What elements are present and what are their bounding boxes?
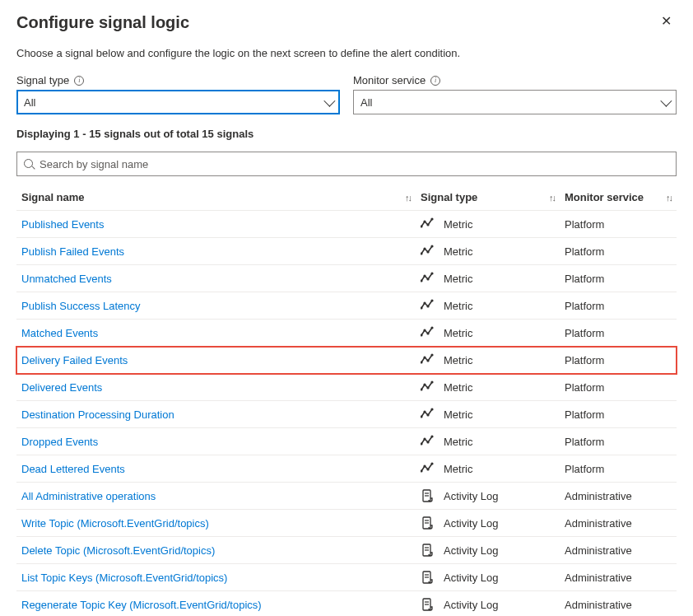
signal-link[interactable]: Write Topic (Microsoft.EventGrid/topics) [21, 517, 209, 530]
signal-link[interactable]: Regenerate Topic Key (Microsoft.EventGri… [21, 599, 262, 611]
monitor-service-text: Administrative [560, 564, 677, 591]
signal-type-text: Metric [444, 381, 472, 394]
signal-type-text: Metric [444, 245, 472, 258]
table-row[interactable]: Delete Topic (Microsoft.EventGrid/topics… [16, 537, 677, 564]
table-row[interactable]: Dropped EventsMetricPlatform [16, 428, 677, 455]
metric-icon [421, 299, 434, 312]
col-header-signal-name[interactable]: Signal name ↑↓ [16, 184, 416, 211]
search-icon [24, 159, 35, 170]
activity-log-icon [421, 544, 434, 557]
col-header-monitor-service[interactable]: Monitor service ↑↓ [560, 184, 677, 211]
signal-link[interactable]: Delete Topic (Microsoft.EventGrid/topics… [21, 544, 215, 557]
signal-type-text: Metric [444, 354, 472, 366]
activity-log-icon [421, 489, 434, 502]
monitor-service-value: All [360, 96, 372, 109]
table-row[interactable]: List Topic Keys (Microsoft.EventGrid/top… [16, 564, 677, 591]
signal-type-text: Activity Log [444, 599, 498, 611]
monitor-service-text: Administrative [560, 537, 677, 564]
panel-title: Configure signal logic [16, 13, 189, 32]
chevron-down-icon [323, 96, 335, 107]
col-header-signal-type-label: Signal type [421, 191, 477, 203]
col-header-monitor-service-label: Monitor service [565, 191, 644, 203]
table-row[interactable]: Write Topic (Microsoft.EventGrid/topics)… [16, 510, 677, 537]
signal-link[interactable]: List Topic Keys (Microsoft.EventGrid/top… [21, 572, 227, 584]
signal-link[interactable]: Matched Events [21, 327, 98, 339]
table-row[interactable]: Publish Failed EventsMetricPlatform [16, 238, 677, 265]
sort-icon[interactable]: ↑↓ [666, 193, 672, 203]
signal-type-text: Activity Log [444, 517, 498, 530]
monitor-service-text: Platform [560, 292, 677, 320]
signal-link[interactable]: All Administrative operations [21, 490, 156, 502]
signal-type-text: Metric [444, 408, 472, 421]
monitor-service-text: Platform [560, 455, 677, 483]
search-box[interactable] [16, 152, 677, 176]
monitor-service-select[interactable]: All [353, 90, 677, 114]
metric-icon [421, 408, 434, 421]
monitor-service-text: Platform [560, 347, 677, 374]
signal-type-text: Metric [444, 463, 472, 475]
table-row[interactable]: All Administrative operationsActivity Lo… [16, 483, 677, 510]
signal-type-select[interactable]: All [16, 90, 340, 114]
metric-icon [421, 462, 434, 475]
signal-link[interactable]: Destination Processing Duration [21, 408, 174, 421]
monitor-service-text: Platform [560, 374, 677, 401]
chevron-down-icon [660, 96, 672, 107]
signal-type-text: Activity Log [444, 544, 498, 557]
sort-icon[interactable]: ↑↓ [405, 193, 411, 203]
signal-link[interactable]: Delivered Events [21, 381, 102, 394]
table-row[interactable]: Published EventsMetricPlatform [16, 211, 677, 238]
metric-icon [421, 326, 434, 339]
activity-log-icon [421, 598, 434, 611]
table-row[interactable]: Publish Success LatencyMetricPlatform [16, 292, 677, 320]
monitor-service-text: Platform [560, 238, 677, 265]
table-row[interactable]: Destination Processing DurationMetricPla… [16, 401, 677, 428]
signal-link[interactable]: Publish Failed Events [21, 245, 124, 258]
col-header-signal-name-label: Signal name [21, 191, 85, 203]
signal-type-text: Metric [444, 218, 472, 231]
signal-link[interactable]: Dropped Events [21, 436, 98, 448]
monitor-service-text: Platform [560, 211, 677, 238]
col-header-signal-type[interactable]: Signal type ↑↓ [416, 184, 560, 211]
signal-type-label: Signal type [16, 74, 69, 86]
signal-type-text: Metric [444, 300, 472, 312]
signal-type-value: All [24, 96, 35, 109]
monitor-service-label: Monitor service [353, 74, 426, 86]
result-count: Displaying 1 - 15 signals out of total 1… [16, 128, 677, 140]
info-icon[interactable]: i [74, 76, 84, 86]
metric-icon [421, 272, 434, 285]
table-row[interactable]: Delivery Failed EventsMetricPlatform [16, 347, 677, 374]
monitor-service-text: Platform [560, 401, 677, 428]
signal-type-text: Activity Log [444, 490, 498, 502]
signal-link[interactable]: Delivery Failed Events [21, 354, 128, 366]
monitor-service-text: Administrative [560, 591, 677, 617]
metric-icon [421, 380, 434, 394]
table-row[interactable]: Unmatched EventsMetricPlatform [16, 265, 677, 292]
signals-table: Signal name ↑↓ Signal type ↑↓ Monitor se… [16, 184, 677, 616]
activity-log-icon [421, 516, 434, 530]
signal-type-text: Metric [444, 327, 472, 339]
monitor-service-text: Platform [560, 265, 677, 292]
metric-icon [421, 217, 434, 231]
table-row[interactable]: Delivered EventsMetricPlatform [16, 374, 677, 401]
signal-type-text: Metric [444, 273, 472, 285]
info-icon[interactable]: i [430, 76, 440, 86]
signal-link[interactable]: Publish Success Latency [21, 300, 141, 312]
sort-icon[interactable]: ↑↓ [549, 193, 555, 203]
metric-icon [421, 245, 434, 258]
monitor-service-text: Platform [560, 428, 677, 455]
signal-link[interactable]: Published Events [21, 218, 104, 231]
table-row[interactable]: Dead Lettered EventsMetricPlatform [16, 455, 677, 483]
panel-subtitle: Choose a signal below and configure the … [16, 47, 677, 59]
metric-icon [421, 435, 434, 448]
close-button[interactable]: ✕ [656, 13, 677, 30]
search-input[interactable] [40, 158, 669, 170]
signal-link[interactable]: Unmatched Events [21, 273, 112, 285]
metric-icon [421, 353, 434, 366]
signal-type-text: Activity Log [444, 572, 498, 584]
monitor-service-text: Administrative [560, 483, 677, 510]
table-row[interactable]: Regenerate Topic Key (Microsoft.EventGri… [16, 591, 677, 617]
table-row[interactable]: Matched EventsMetricPlatform [16, 320, 677, 347]
monitor-service-text: Platform [560, 320, 677, 347]
signal-type-text: Metric [444, 436, 472, 448]
signal-link[interactable]: Dead Lettered Events [21, 463, 125, 475]
